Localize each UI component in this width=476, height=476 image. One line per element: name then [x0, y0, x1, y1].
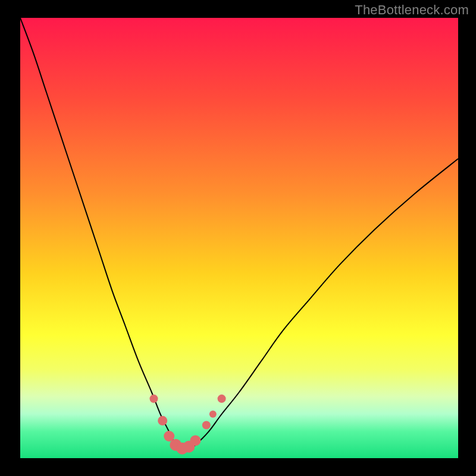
- highlight-dot: [209, 411, 217, 418]
- highlight-dot: [158, 416, 167, 425]
- bottleneck-chart: [0, 0, 476, 476]
- highlight-dot: [190, 435, 201, 446]
- highlight-dot: [149, 394, 158, 403]
- chart-stage: TheBottleneck.com: [0, 0, 476, 476]
- highlight-dot: [202, 421, 211, 430]
- highlight-dot: [218, 394, 226, 403]
- watermark-text: TheBottleneck.com: [355, 2, 469, 18]
